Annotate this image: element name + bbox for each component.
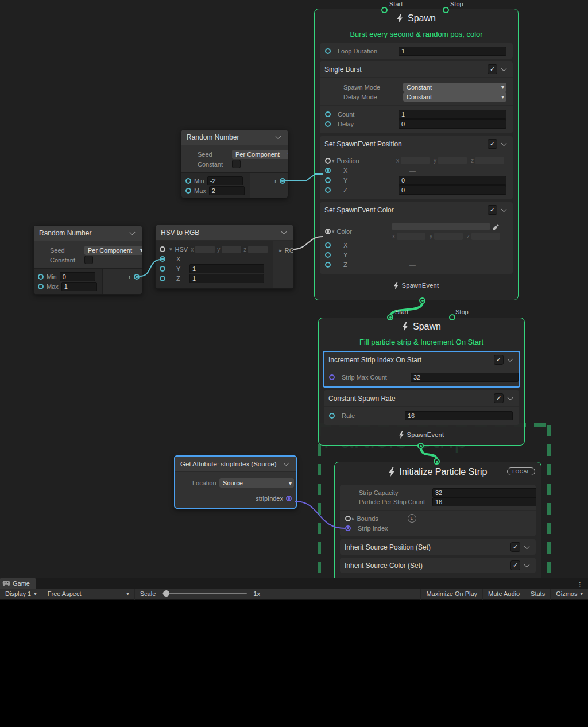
stats-button[interactable]: Stats — [525, 589, 551, 600]
hsv-z-field[interactable]: 1 — [189, 274, 264, 283]
hsv-x-port[interactable] — [160, 256, 165, 262]
color-x-mini-field[interactable]: — — [397, 233, 425, 240]
delay-mode-dropdown[interactable]: Constant — [403, 92, 506, 102]
set-position-block[interactable]: Set SpawnEvent Position Position x— y— z… — [320, 136, 513, 199]
bounds-local-icon[interactable]: L — [408, 514, 416, 523]
node-header[interactable]: HSV to RGB — [156, 225, 293, 241]
node-header[interactable]: Random Number — [181, 130, 288, 145]
constant-spawn-rate-block[interactable]: Constant Spawn Rate Rate 16 — [324, 390, 519, 425]
color-expander-icon[interactable] — [332, 229, 335, 234]
seed-dropdown[interactable]: Per Component — [84, 246, 142, 255]
hsv-x-mini-field[interactable]: — — [195, 246, 215, 253]
position-z-field[interactable]: 0 — [399, 185, 506, 195]
max-field[interactable]: 2 — [209, 186, 245, 195]
inherit-source-color-block[interactable]: Inherit Source Color (Set) — [340, 558, 536, 573]
inherit-source-position-block[interactable]: Inherit Source Position (Set) — [340, 539, 536, 555]
position-port[interactable] — [325, 158, 331, 164]
tab-game[interactable]: Game — [0, 578, 36, 589]
mute-audio-button[interactable]: Mute Audio — [483, 589, 525, 600]
inherit-source-color-chevron[interactable] — [523, 562, 531, 570]
strip-index-output-port[interactable] — [286, 496, 292, 501]
position-z-mini-field[interactable]: — — [475, 157, 504, 164]
increment-strip-block[interactable]: Increment Strip Index On Start Strip Max… — [323, 351, 520, 388]
single-burst-collapse-chevron[interactable] — [500, 65, 508, 74]
inherit-source-position-checkbox[interactable] — [510, 542, 520, 552]
spawn2-spawnevent-out-port[interactable] — [417, 443, 424, 449]
color-swatch-field[interactable]: — — [392, 223, 490, 230]
rate-field[interactable]: 16 — [405, 411, 513, 420]
aspect-dropdown[interactable]: Free Aspect — [42, 589, 135, 600]
spawn1-stop-port[interactable] — [443, 7, 449, 13]
bounds-expander-icon[interactable] — [352, 516, 355, 521]
increment-strip-header[interactable]: Increment Strip Index On Start — [324, 352, 519, 368]
node-hsv-to-rgb[interactable]: HSV to RGB HSV x— y— z— — [155, 225, 294, 289]
inherit-source-color-header[interactable]: Inherit Source Color (Set) — [340, 558, 536, 573]
spawn2-stop-port[interactable] — [449, 314, 455, 320]
set-color-enabled-checkbox[interactable] — [488, 205, 497, 215]
loop-duration-field[interactable]: 1 — [399, 47, 506, 56]
position-y-field[interactable]: 0 — [399, 176, 506, 185]
node-get-attribute-strip-index[interactable]: Get Attribute: stripIndex (Source) Locat… — [174, 455, 297, 509]
position-y-mini-field[interactable]: — — [438, 157, 467, 164]
node-header[interactable]: Get Attribute: stripIndex (Source) — [175, 457, 296, 472]
min-port[interactable] — [38, 274, 44, 280]
spawn1-start-port[interactable] — [381, 7, 388, 13]
inherit-source-position-chevron[interactable] — [523, 543, 531, 551]
count-port[interactable] — [325, 111, 331, 117]
inherit-source-position-header[interactable]: Inherit Source Position (Set) — [340, 539, 536, 555]
increment-strip-enabled-checkbox[interactable] — [494, 355, 504, 365]
strip-max-count-field[interactable]: 32 — [411, 373, 519, 382]
color-z-mini-field[interactable]: — — [471, 233, 500, 240]
random-output-port[interactable] — [280, 178, 285, 184]
node-collapse-chevron[interactable] — [129, 229, 137, 237]
seed-dropdown[interactable]: Per Component — [232, 150, 288, 159]
count-field[interactable]: 1 — [399, 110, 506, 119]
eyedropper-icon[interactable] — [493, 223, 500, 230]
scale-slider[interactable] — [162, 593, 247, 594]
strip-index-port[interactable] — [345, 525, 351, 531]
hsv-y-field[interactable]: 1 — [189, 264, 264, 273]
set-position-header[interactable]: Set SpawnEvent Position — [320, 136, 513, 152]
node-initialize-particle-strip[interactable]: Initialize Particle Strip LOCAL Strip Ca… — [334, 462, 541, 578]
min-field[interactable]: -2 — [207, 176, 243, 185]
hsv-z-port[interactable] — [160, 276, 165, 281]
max-field[interactable]: 1 — [61, 282, 97, 291]
node-spawn-burst[interactable]: Spawn Burst every second & random pos, c… — [314, 9, 519, 300]
hsv-z-mini-field[interactable]: — — [248, 246, 268, 253]
set-position-enabled-checkbox[interactable] — [488, 139, 497, 149]
display-dropdown[interactable]: Display 1 — [0, 589, 42, 600]
spawn-mode-dropdown[interactable]: Constant — [403, 83, 506, 92]
spawn1-spawnevent-out-port[interactable] — [419, 297, 425, 304]
rgb-expander-icon[interactable] — [279, 248, 282, 253]
constant-spawn-rate-enabled-checkbox[interactable] — [494, 393, 504, 403]
constant-checkbox[interactable] — [232, 160, 241, 168]
color-y-port[interactable] — [325, 252, 331, 258]
position-z-port[interactable] — [325, 187, 331, 193]
node-random-number-position[interactable]: Random Number Seed Per Component Constan… — [181, 129, 288, 198]
location-dropdown[interactable]: Source — [219, 478, 294, 488]
panel-menu-icon[interactable] — [572, 581, 588, 589]
maximize-on-play-button[interactable]: Maximize On Play — [420, 589, 483, 600]
hsv-y-port[interactable] — [160, 266, 165, 272]
node-random-number-hue[interactable]: Random Number Seed Per Component Constan… — [33, 225, 142, 295]
particle-per-strip-field[interactable]: 16 — [432, 497, 536, 506]
hsv-port[interactable] — [160, 246, 165, 252]
constant-checkbox[interactable] — [84, 256, 93, 264]
min-port[interactable] — [185, 178, 191, 184]
single-burst-block[interactable]: Single Burst Spawn Mode Constant Delay M… — [320, 61, 513, 133]
initialize-flow-in-port[interactable] — [434, 458, 440, 465]
loop-duration-port[interactable] — [325, 48, 331, 54]
delay-port[interactable] — [325, 121, 331, 127]
random-output-port[interactable] — [134, 274, 140, 280]
node-collapse-chevron[interactable] — [280, 229, 288, 237]
increment-strip-collapse-chevron[interactable] — [506, 356, 514, 364]
color-x-port[interactable] — [325, 242, 331, 248]
max-port[interactable] — [185, 188, 191, 194]
inherit-source-color-checkbox[interactable] — [510, 560, 520, 570]
spawn2-start-port[interactable] — [387, 314, 393, 320]
hsv-y-mini-field[interactable]: — — [222, 246, 241, 253]
set-position-collapse-chevron[interactable] — [500, 140, 508, 148]
strip-capacity-field[interactable]: 32 — [432, 488, 536, 497]
max-port[interactable] — [38, 284, 44, 289]
single-burst-header[interactable]: Single Burst — [320, 61, 513, 77]
